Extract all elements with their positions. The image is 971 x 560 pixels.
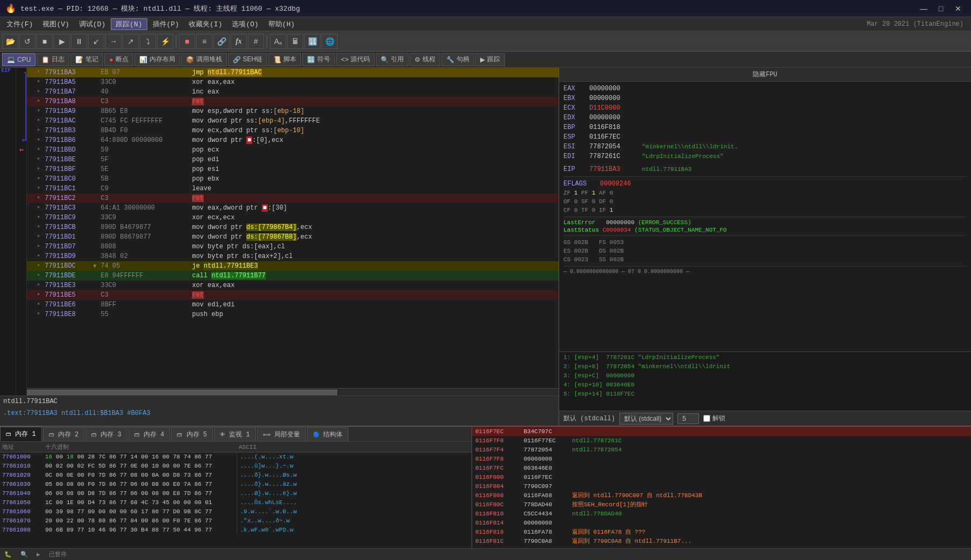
toolbar-stepinto[interactable]: ↙ (88, 34, 104, 49)
tb2-script[interactable]: 📜 脚本 (268, 53, 301, 66)
memory-row[interactable]: 7786101000 02 00 02 FC 5D 86 77 0E 00 10… (0, 462, 472, 471)
toolbar-web[interactable]: 🌐 (322, 34, 338, 49)
toolbar-calc[interactable]: 🖩 (287, 34, 303, 49)
mem-tab-struct[interactable]: 🔵 结构体 (307, 427, 348, 441)
memory-row[interactable]: 7786103005 00 08 00 F0 7D 86 77 06 00 08… (0, 480, 472, 489)
toolbar-expr[interactable]: fx (231, 34, 247, 49)
disasm-row[interactable]: •77911BD93848 02mov byte ptr ds:[eax+2],… (27, 252, 559, 261)
menu-help[interactable]: 帮助(H) (264, 18, 299, 30)
reg-eip[interactable]: EIP 77911BA3 ntdll.77911BA3 (563, 164, 967, 174)
reg-esp[interactable]: ESP 0116F7EC (563, 132, 967, 142)
eflags-row[interactable]: EFLAGS 00000246 (563, 179, 967, 189)
tb2-breakpoints[interactable]: ● 断点 (104, 53, 133, 66)
mem-tab-3[interactable]: 🗃 内存 3 (85, 427, 127, 441)
toolbar-stepout[interactable]: ↗ (123, 34, 139, 49)
toolbar-calc2[interactable]: 🔢 (304, 34, 320, 49)
disasm-row[interactable]: •77911BE68BFFmov edi,edi (27, 300, 559, 310)
disasm-row[interactable]: •77911BC364:A1 30000000mov eax,dword ptr… (27, 203, 559, 213)
tb2-log[interactable]: 📋 日志 (37, 53, 69, 66)
menu-options[interactable]: 选项(O) (227, 18, 262, 30)
disasm-row[interactable]: •77911BCB890D B4679877mov dword ptr ds:[… (27, 222, 559, 232)
disasm-row[interactable]: •77911BC1C9leave (27, 184, 559, 193)
menu-debug[interactable]: 调试(D) (75, 18, 110, 30)
disasm-row[interactable]: •77911BDEE8 94FFFFFFcall ntdll.77911B77 (27, 271, 559, 281)
stdcall-select[interactable]: 默认 (stdcall) (619, 413, 673, 425)
mem-tab-2[interactable]: 🗃 内存 2 (43, 427, 85, 441)
toolbar-stop[interactable]: ■ (37, 34, 53, 49)
stack-row[interactable]: 0116F7ECB34C707C (472, 427, 971, 436)
reg-ebx[interactable]: EBX 00000000 (563, 94, 967, 103)
menu-plugin[interactable]: 插件(P) (148, 18, 183, 30)
disasm-row[interactable]: •77911BBD59pop ecx (27, 145, 559, 155)
reg-esi[interactable]: ESI 77872054 "minkernel\\ntdll\\ldrinit. (563, 142, 967, 152)
memory-row[interactable]: 778610200C 00 0E 00 F0 7D 86 77 08 00 0A… (0, 471, 472, 480)
reg-ecx[interactable]: ECX D11C0000 (563, 103, 967, 113)
mem-tab-watch1[interactable]: 👁 监视 1 (214, 427, 256, 441)
stack-row[interactable]: 0116F7F800000000 (472, 454, 971, 463)
tb2-cpu[interactable]: 💻 CPU (2, 53, 35, 66)
toolbar-hash[interactable]: # (248, 34, 264, 49)
stack-row[interactable]: 0116F8080116FA68返回到 ntdll.7790C097 自 ntd… (472, 491, 971, 500)
reg-edx[interactable]: EDX 00000000 (563, 113, 967, 123)
tb2-seh[interactable]: 🔗 SEH链 (228, 53, 268, 66)
stack-row[interactable]: 0116F810C5CC4434ntdll.778DAD40 (472, 509, 971, 518)
disasm-row[interactable]: •77911BA3EB 07jmp ntdll.77911BAC (27, 68, 559, 77)
disasm-row[interactable]: •77911BB38B4D F0mov ecx,dword ptr ss:[eb… (27, 126, 559, 135)
mem-tab-1[interactable]: 🗃 内存 1 (0, 427, 42, 441)
unlock-checkbox[interactable] (703, 415, 710, 422)
disasm-row[interactable]: •77911BD1890D B8679877mov dword ptr ds:[… (27, 232, 559, 242)
tb2-notes[interactable]: 📝 笔记 (70, 53, 103, 66)
disasm-row[interactable]: •77911BBF5Epop esi (27, 164, 559, 174)
toolbar-run[interactable]: ▶ (54, 34, 70, 49)
disasm-row[interactable]: •77911BE855push ebp (27, 310, 559, 319)
maximize-button[interactable]: □ (933, 2, 948, 15)
toolbar-restart[interactable]: ↺ (19, 34, 35, 49)
disasm-row[interactable]: •77911BA8C3ret (27, 97, 559, 106)
disasm-row[interactable]: •77911BA98B65 E8mov esp,dword ptr ss:[eb… (27, 106, 559, 116)
minimize-button[interactable]: — (916, 2, 931, 15)
tb2-source[interactable]: <> 源代码 (336, 53, 375, 66)
disasm-row[interactable]: •77911BD78808mov byte ptr ds:[eax],cl (27, 242, 559, 252)
disasm-row[interactable]: •77911BBE5Fpop edi (27, 155, 559, 164)
disasm-row[interactable]: •77911BDC▼74 05je ntdll.77911BE3 (27, 261, 559, 271)
reg-edi[interactable]: EDI 7787261C "LdrpInitializeProcess" (563, 152, 967, 161)
reg-eax[interactable]: EAX 00000000 (563, 84, 967, 94)
tb2-symbols[interactable]: 🔣 符号 (302, 53, 335, 66)
toolbar-open[interactable]: 📂 (2, 34, 18, 49)
toolbar-mem-map[interactable]: ≡ (196, 34, 212, 49)
status-search[interactable]: 🔍 (20, 551, 28, 558)
status-bug[interactable]: 🐛 (4, 551, 12, 558)
tb2-refs[interactable]: 🔍 引用 (376, 53, 409, 66)
mem-tab-locals[interactable]: ⟺ 局部变量 (257, 427, 306, 441)
disasm-row[interactable]: •77911BB664:890D 00000000mov dword ptr ■… (27, 135, 559, 145)
toolbar-runto[interactable]: ⤵ (140, 34, 156, 49)
toolbar-tls[interactable]: ⚡ (157, 34, 173, 49)
stack-row[interactable]: 0116F7F00116F77ECntdll.7787261C (472, 436, 971, 445)
toolbar-pause[interactable]: ⏸ (71, 34, 87, 49)
reg-ebp[interactable]: EBP 0116F818 (563, 123, 967, 132)
stdcall-count[interactable] (677, 413, 699, 424)
tb2-memlayout[interactable]: 📊 内存布局 (134, 53, 180, 66)
stack-row[interactable]: 0116F8000116F7EC (472, 472, 971, 482)
memory-row[interactable]: 778610501C 00 1E 00 D4 73 86 77 68 4C 73… (0, 498, 472, 507)
disasm-row[interactable]: •77911BC933C9xor ecx,ecx (27, 213, 559, 222)
toolbar-patch[interactable]: 🔗 (213, 34, 230, 49)
menu-favorites[interactable]: 收藏夹(I) (184, 18, 226, 30)
disasm-row[interactable]: •77911BE5C3ret (27, 290, 559, 300)
menu-file[interactable]: 文件(F) (2, 18, 37, 30)
tb2-trace[interactable]: ▶ 跟踪 (475, 53, 505, 66)
disasm-row[interactable]: •77911BC05Bpop ebx (27, 174, 559, 184)
tb2-threads[interactable]: ⚙ 线程 (410, 53, 440, 66)
memory-row[interactable]: 7786106000 39 98 77 00 00 00 00 60 17 86… (0, 507, 472, 516)
memory-row[interactable]: 7786108090 6B 89 77 10 46 96 77 30 B4 88… (0, 526, 472, 535)
tb2-handles[interactable]: 🔧 句柄 (441, 53, 474, 66)
stack-row[interactable]: 0116F8180116FA78返回到 0116FA78 自 ??? (472, 527, 971, 536)
disasm-row[interactable]: •77911BACC745 FC FEFFFFFFmov dword ptr s… (27, 116, 559, 126)
toolbar-font[interactable]: Aₐ (270, 34, 286, 49)
stack-row[interactable]: 0116F8047790C097 (472, 482, 971, 491)
disasm-row[interactable]: •77911BE333C0xor eax,eax (27, 281, 559, 290)
stack-row[interactable]: 0116F7FC003646E0 (472, 463, 971, 472)
stack-row[interactable]: 0116F81C7790C0A8返回到 7790C0A8 自 ntdll.779… (472, 536, 971, 545)
toolbar-stepover[interactable]: → (105, 34, 122, 49)
stack-row[interactable]: 0116F7F477872054ntdll.77872054 (472, 445, 971, 454)
